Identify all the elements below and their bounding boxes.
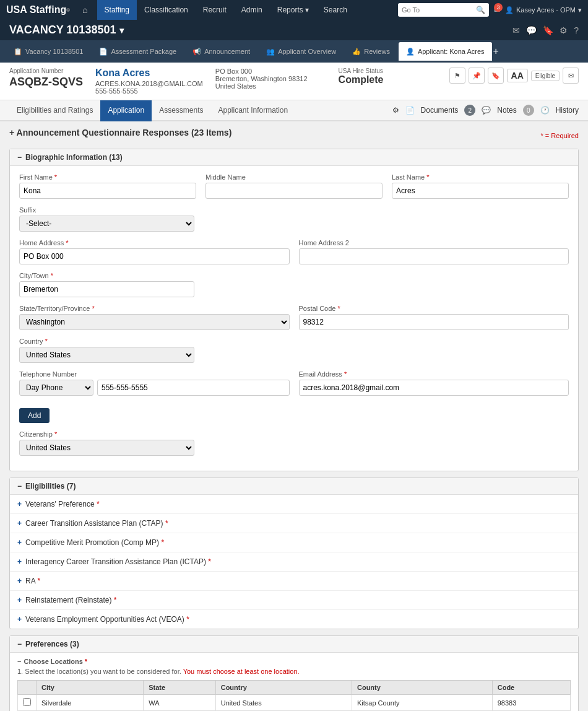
- tab-announcement[interactable]: 📢 Announcement: [185, 42, 257, 61]
- first-name-group: First Name *: [19, 173, 196, 199]
- state-postal-row: State/Territory/Province * WashingtonAla…: [19, 305, 569, 330]
- settings-icon[interactable]: ⚙: [560, 25, 568, 35]
- country-select[interactable]: United StatesCanadaMexico: [19, 347, 194, 363]
- app-name-block: Kona Acres ACRES.KONA.2018@GMAIL.COM 555…: [95, 68, 203, 95]
- phone-input[interactable]: [97, 380, 290, 396]
- expand-elig-icon[interactable]: +: [17, 615, 22, 624]
- vacancy-title-text: VACANCY 10138501: [9, 24, 116, 37]
- home-address-input[interactable]: [19, 248, 290, 264]
- country-group: Country * United StatesCanadaMexico: [19, 338, 194, 363]
- elig-label: Career Transition Assistance Plan (CTAP)…: [25, 519, 168, 528]
- action-tabs: Eligibilities and Ratings Application As…: [0, 100, 588, 121]
- required-note: * = Required: [541, 132, 579, 139]
- loc-state: WA: [144, 695, 215, 711]
- tab-overview-label: Applicant Overview: [278, 48, 336, 55]
- middle-name-input[interactable]: [205, 183, 383, 199]
- bookmark-icon[interactable]: 🔖: [543, 25, 553, 35]
- expand-elig-icon[interactable]: +: [17, 596, 22, 604]
- citizenship-select[interactable]: United StatesOther: [19, 440, 194, 456]
- tab-eligibilities[interactable]: Eligibilities and Ratings: [9, 100, 100, 121]
- goto-search[interactable]: 🔍: [398, 3, 489, 17]
- tab-assessment-label: Assessment Package: [111, 48, 176, 55]
- nav-staffing[interactable]: Staffing: [97, 0, 137, 20]
- font-size-icon[interactable]: AA: [507, 69, 528, 82]
- flag-icon[interactable]: ⚑: [449, 68, 465, 84]
- expand-elig-icon[interactable]: +: [17, 538, 22, 547]
- expand-elig-icon[interactable]: +: [17, 500, 22, 508]
- add-tab-button[interactable]: +: [493, 46, 499, 57]
- history-icon[interactable]: 🕐: [540, 106, 550, 115]
- tab-assessments[interactable]: Assessments: [152, 100, 210, 121]
- applicant-bar: Application Number ASQBZ-SQVS Kona Acres…: [0, 63, 588, 100]
- home-address2-input[interactable]: [299, 248, 569, 264]
- notes-label: Notes: [497, 106, 516, 115]
- envelope2-icon[interactable]: ✉: [563, 68, 579, 84]
- app-name: Kona Acres: [95, 68, 203, 79]
- loc-county: Kitsap County: [352, 695, 492, 711]
- tab-applicant-kona[interactable]: 👤 Applicant: Kona Acres: [399, 42, 492, 61]
- help-icon[interactable]: ?: [574, 25, 579, 35]
- biographic-header[interactable]: − Biographic Information (13): [10, 149, 578, 166]
- tab-vacancy[interactable]: 📋 Vacancy 10138501: [6, 42, 90, 61]
- elig-ictap: + Interagency Career Transition Assistan…: [10, 552, 578, 572]
- document2-icon[interactable]: 📄: [405, 106, 415, 115]
- preferences-header[interactable]: − Preferences (3): [10, 636, 578, 653]
- user-name: Kasey Acres - OPM: [516, 6, 576, 14]
- first-name-input[interactable]: [19, 183, 196, 199]
- add-phone-button[interactable]: Add: [19, 408, 50, 423]
- middle-name-label: Middle Name: [205, 173, 383, 181]
- nav-admin[interactable]: Admin: [234, 0, 270, 20]
- eligible-label: Eligible: [535, 72, 555, 79]
- notification-bell[interactable]: ✉ 3: [494, 6, 500, 14]
- envelope-icon[interactable]: ✉: [512, 25, 520, 35]
- loc-col-state: State: [144, 681, 215, 695]
- home-address-label: Home Address *: [19, 239, 290, 246]
- tab-bar: 📋 Vacancy 10138501 📄 Assessment Package …: [0, 40, 588, 63]
- expand-elig-icon[interactable]: +: [17, 519, 22, 528]
- chat-icon[interactable]: 💬: [526, 25, 537, 35]
- pin-icon[interactable]: 📌: [469, 68, 485, 84]
- email-input[interactable]: [299, 380, 569, 396]
- collapse-pref-icon: −: [17, 640, 22, 648]
- tab-applicant-info[interactable]: Applicant Information: [210, 100, 295, 121]
- city-input[interactable]: [19, 281, 194, 297]
- city-row: City/Town *: [19, 272, 569, 297]
- middle-name-group: Middle Name: [205, 173, 383, 199]
- suffix-select[interactable]: -Select-Jr.Sr.IIIII: [19, 216, 194, 232]
- loc-col-code: Code: [492, 681, 570, 695]
- notes-icon[interactable]: 💬: [482, 106, 491, 115]
- expand-elig-icon[interactable]: +: [17, 557, 22, 566]
- last-name-input[interactable]: [392, 183, 569, 199]
- expand-elig-icon[interactable]: +: [17, 577, 22, 585]
- app-number-block: Application Number ASQBZ-SQVS: [9, 68, 83, 89]
- vacancy-actions: ✉ 💬 🔖 ⚙ ?: [512, 25, 579, 35]
- tab-vacancy-label: Vacancy 10138501: [25, 48, 83, 55]
- loc-col-county: County: [352, 681, 492, 695]
- phone-label: Telephone Number: [19, 370, 290, 378]
- postal-input[interactable]: [299, 314, 569, 330]
- elig-ra: + RA *: [10, 572, 578, 591]
- nav-reports[interactable]: Reports ▾: [270, 0, 316, 20]
- phone-type-select[interactable]: Day PhoneEvening PhoneMobile: [19, 380, 93, 396]
- tab-applicant-overview[interactable]: 👥 Applicant Overview: [259, 42, 344, 61]
- settings2-icon[interactable]: ⚙: [392, 106, 399, 115]
- tab-assessment-package[interactable]: 📄 Assessment Package: [92, 42, 184, 61]
- location-checkbox[interactable]: [23, 698, 31, 706]
- nav-search[interactable]: Search: [316, 0, 355, 20]
- nav-recruit[interactable]: Recruit: [196, 0, 234, 20]
- state-select[interactable]: WashingtonAlabamaAlaskaArizonaCalifornia: [19, 314, 290, 330]
- person-icon: 👤: [406, 48, 415, 56]
- tab-application[interactable]: Application: [100, 100, 152, 121]
- locations-req-text: You must choose at least one location.: [183, 668, 300, 675]
- home-icon[interactable]: ⌂: [82, 5, 87, 15]
- user-menu[interactable]: 👤 Kasey Acres - OPM ▾: [505, 6, 582, 14]
- locations-table: City State Country County Code Silverdal…: [17, 680, 571, 711]
- bookmark2-icon[interactable]: 🔖: [488, 68, 504, 84]
- locations-header[interactable]: − Choose Locations *: [17, 658, 571, 665]
- goto-input[interactable]: [402, 6, 476, 14]
- chevron-down-icon[interactable]: ▾: [119, 25, 124, 35]
- elig-label: Interagency Career Transition Assistance…: [25, 557, 211, 566]
- tab-reviews[interactable]: 👍 Reviews: [345, 42, 397, 61]
- eligibilities-header[interactable]: − Eligibilities (7): [10, 478, 578, 495]
- nav-classification[interactable]: Classification: [137, 0, 196, 20]
